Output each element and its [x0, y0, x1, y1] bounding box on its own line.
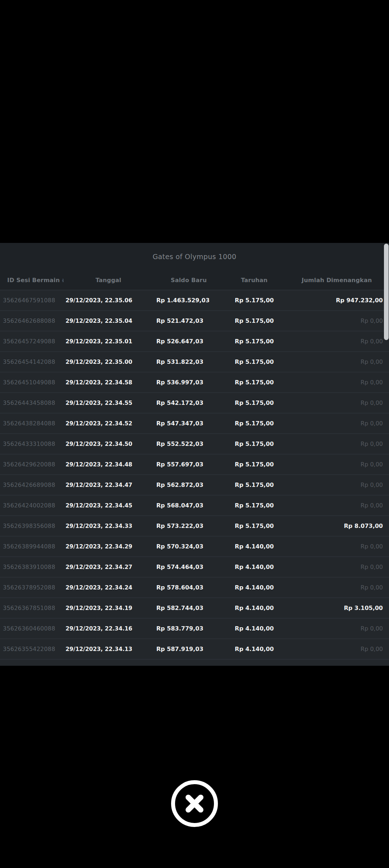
table-row: 3562645104908829/12/2023, 22.34.58Rp 536…	[0, 372, 389, 392]
date-cell: 29/12/2023, 22.35.06	[63, 297, 153, 304]
table-header-row: ID Sesi Bermain #TanggalSaldo BaruTaruha…	[0, 270, 389, 290]
session-id-cell: 35626424002088	[0, 502, 63, 509]
bet-cell: Rp 4.140,00	[224, 605, 285, 611]
session-id-cell: 35626451049088	[0, 379, 63, 386]
bet-cell: Rp 5.175,00	[224, 502, 285, 509]
game-title: Gates of Olympus 1000	[153, 253, 237, 261]
session-id-cell: 35626426689088	[0, 482, 63, 488]
winnings-cell: Rp 0,00	[285, 358, 389, 365]
session-id-cell: 35626462688088	[0, 317, 63, 324]
session-id-cell: 35626360460088	[0, 625, 63, 632]
bet-cell: Rp 5.175,00	[224, 379, 285, 386]
bet-cell: Rp 5.175,00	[224, 420, 285, 427]
winnings-cell: Rp 0,00	[285, 646, 389, 652]
bet-cell: Rp 4.140,00	[224, 646, 285, 652]
winnings-cell: Rp 0,00	[285, 502, 389, 509]
bet-cell: Rp 4.140,00	[224, 584, 285, 591]
new-balance-cell: Rp 552.522,03	[153, 440, 224, 447]
bet-cell: Rp 5.175,00	[224, 358, 285, 365]
winnings-cell: Rp 0,00	[285, 379, 389, 386]
modal-header: Gates of Olympus 1000	[0, 243, 389, 270]
column-header: Jumlah Dimenangkan	[285, 277, 389, 284]
table-row: 3562643828408829/12/2023, 22.34.52Rp 547…	[0, 413, 389, 433]
date-cell: 29/12/2023, 22.34.19	[63, 605, 153, 611]
date-cell: 29/12/2023, 22.35.04	[63, 318, 153, 324]
winnings-cell: Rp 8.073,00	[285, 523, 389, 529]
date-cell: 29/12/2023, 22.34.27	[63, 564, 153, 570]
winnings-cell: Rp 0,00	[285, 399, 389, 406]
session-id-cell: 35626438284088	[0, 420, 63, 427]
table-row: 3562645414208829/12/2023, 22.35.00Rp 531…	[0, 351, 389, 372]
table-row: 3562646759108829/12/2023, 22.35.06Rp 1.4…	[0, 290, 389, 310]
winnings-cell: Rp 0,00	[285, 584, 389, 591]
table-body: 3562646759108829/12/2023, 22.35.06Rp 1.4…	[0, 290, 389, 666]
new-balance-cell: Rp 557.697,03	[153, 461, 224, 468]
new-balance-cell: Rp 562.872,03	[153, 482, 224, 488]
session-id-cell: 35626433310088	[0, 440, 63, 447]
date-cell: 29/12/2023, 22.34.45	[63, 502, 153, 509]
date-cell: 29/12/2023, 22.35.01	[63, 338, 153, 345]
winnings-cell: Rp 0,00	[285, 625, 389, 632]
table-row: 3562642962008829/12/2023, 22.34.48Rp 557…	[0, 454, 389, 474]
date-cell: 29/12/2023, 22.34.55	[63, 400, 153, 406]
new-balance-cell: Rp 568.047,03	[153, 502, 224, 509]
table-row: 3562639835608829/12/2023, 22.34.33Rp 573…	[0, 515, 389, 536]
bet-cell: Rp 5.175,00	[224, 399, 285, 406]
winnings-cell: Rp 0,00	[285, 482, 389, 488]
winnings-cell: Rp 3.105,00	[285, 605, 389, 611]
session-id-cell: 35626454142088	[0, 358, 63, 365]
table-row: 3562642668908829/12/2023, 22.34.47Rp 562…	[0, 474, 389, 495]
bet-cell: Rp 5.175,00	[224, 440, 285, 447]
session-id-cell: 35626457249088	[0, 338, 63, 345]
game-history-modal: Gates of Olympus 1000 ID Sesi Bermain #T…	[0, 243, 389, 666]
date-cell: 29/12/2023, 22.34.50	[63, 441, 153, 447]
table-row: 3562646268808829/12/2023, 22.35.04Rp 521…	[0, 310, 389, 331]
new-balance-cell: Rp 1.463.529,03	[153, 297, 224, 304]
session-id-cell: 35626378952088	[0, 584, 63, 591]
new-balance-cell: Rp 531.822,03	[153, 358, 224, 365]
session-id-cell: 35626467591088	[0, 297, 63, 304]
bet-cell: Rp 5.175,00	[224, 523, 285, 529]
date-cell: 29/12/2023, 22.34.16	[63, 625, 153, 632]
table-row: 3562635542208829/12/2023, 22.34.13Rp 587…	[0, 638, 389, 659]
table-row: 3562642400208829/12/2023, 22.34.45Rp 568…	[0, 495, 389, 515]
session-id-cell: 35626389944088	[0, 543, 63, 550]
new-balance-cell: Rp 542.172,03	[153, 399, 224, 406]
session-id-cell: 35626443458088	[0, 399, 63, 406]
date-cell: 29/12/2023, 22.34.24	[63, 584, 153, 591]
bet-cell: Rp 5.175,00	[224, 317, 285, 324]
new-balance-cell: Rp 574.464,03	[153, 564, 224, 570]
column-header: Taruhan	[224, 277, 285, 284]
close-button[interactable]	[171, 780, 218, 827]
table-row: 3562643331008829/12/2023, 22.34.50Rp 552…	[0, 433, 389, 454]
scrollbar-thumb[interactable]	[384, 244, 389, 340]
winnings-cell: Rp 0,00	[285, 338, 389, 345]
new-balance-cell: Rp 583.779,03	[153, 625, 224, 632]
column-header: ID Sesi Bermain #	[0, 277, 63, 284]
bet-cell: Rp 5.175,00	[224, 297, 285, 304]
winnings-cell: Rp 0,00	[285, 440, 389, 447]
session-id-cell: 35626355422088	[0, 646, 63, 652]
winnings-cell: Rp 0,00	[285, 420, 389, 427]
bet-cell: Rp 4.140,00	[224, 564, 285, 570]
bet-cell: Rp 5.175,00	[224, 338, 285, 345]
date-cell: 29/12/2023, 22.34.58	[63, 379, 153, 386]
new-balance-cell: Rp 573.222,03	[153, 523, 224, 529]
bet-cell: Rp 4.140,00	[224, 625, 285, 632]
date-cell: 29/12/2023, 22.34.47	[63, 482, 153, 488]
new-balance-cell: Rp 521.472,03	[153, 317, 224, 324]
table-row: 3562636785108829/12/2023, 22.34.19Rp 582…	[0, 597, 389, 618]
winnings-cell: Rp 0,00	[285, 543, 389, 550]
new-balance-cell: Rp 587.919,03	[153, 646, 224, 652]
date-cell: 29/12/2023, 22.34.48	[63, 461, 153, 468]
new-balance-cell: Rp 536.997,03	[153, 379, 224, 386]
date-cell: 29/12/2023, 22.34.13	[63, 646, 153, 652]
winnings-cell: Rp 0,00	[285, 317, 389, 324]
bet-cell: Rp 5.175,00	[224, 461, 285, 468]
table-row: 3562638391008829/12/2023, 22.34.27Rp 574…	[0, 556, 389, 577]
table-row: 3562644345808829/12/2023, 22.34.55Rp 542…	[0, 392, 389, 413]
winnings-cell: Rp 0,00	[285, 564, 389, 570]
new-balance-cell: Rp 547.347,03	[153, 420, 224, 427]
new-balance-cell: Rp 578.604,03	[153, 584, 224, 591]
session-id-cell: 35626398356088	[0, 523, 63, 529]
